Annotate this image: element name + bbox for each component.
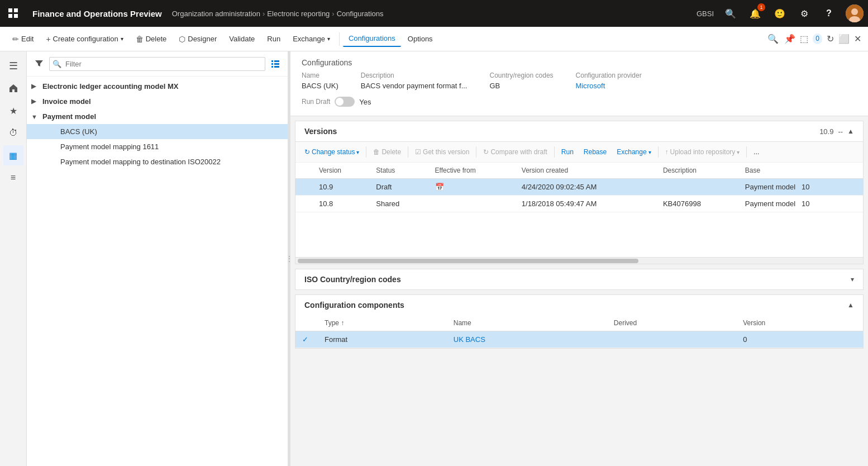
- table-row[interactable]: ✓ Format UK BACS 0: [295, 331, 863, 348]
- tree-item-invoice-model[interactable]: ▶ Invoice model: [27, 94, 288, 109]
- sidebar-list-icon[interactable]: ≡: [3, 168, 23, 188]
- col-r: [295, 163, 312, 179]
- versions-toolbar: ↻ Change status ▾ 🗑 Delete ☑ Get this ve…: [295, 142, 863, 163]
- sidebar-home-icon[interactable]: [3, 78, 23, 98]
- delete-icon: 🗑: [136, 35, 144, 44]
- notification-btn[interactable]: 🔔 1: [747, 6, 763, 21]
- iso-section-header[interactable]: ISO Country/region codes ▾: [295, 269, 863, 289]
- comp-cell-type-1: Format: [318, 331, 447, 348]
- cmd-search[interactable]: 🔍: [767, 34, 779, 44]
- app-grid-icon[interactable]: [4, 4, 22, 22]
- config-components-header[interactable]: Configuration components ▲: [295, 295, 863, 315]
- restore-icon-btn[interactable]: ⬜: [838, 34, 850, 44]
- versions-exchange-button[interactable]: Exchange ▾: [612, 145, 655, 159]
- sidebar-clock-icon[interactable]: ⏱: [3, 123, 23, 143]
- change-status-button[interactable]: ↻ Change status ▾: [300, 145, 364, 159]
- tree-content: ▶ Electronic ledger accounting model MX …: [27, 77, 288, 466]
- iso-collapse-icon: ▾: [851, 275, 854, 283]
- run-button[interactable]: Run: [261, 31, 286, 46]
- breadcrumb: Organization administration › Electronic…: [172, 9, 693, 18]
- sidebar-nav-icon[interactable]: ☰: [3, 56, 23, 76]
- compare-draft-button[interactable]: ↻ Compare with draft: [479, 145, 551, 159]
- badge-icon-btn[interactable]: 0: [813, 34, 822, 44]
- filter-icon[interactable]: [31, 56, 47, 72]
- exchange-chevron-icon-v: ▾: [648, 149, 651, 155]
- toolbar-sep-4: [554, 146, 555, 158]
- components-table: Type ↑ Name Derived Version ✓ Format: [295, 315, 863, 348]
- tree-item-bacs-uk[interactable]: BACS (UK): [27, 124, 288, 139]
- rebase-button[interactable]: Rebase: [579, 145, 611, 159]
- base-link-1[interactable]: Payment model: [745, 183, 795, 191]
- upload-repository-button[interactable]: ↑ Upload into repository ▾: [661, 145, 745, 159]
- comp-col-version[interactable]: Version: [736, 315, 863, 331]
- breadcrumb-org[interactable]: Organization administration: [172, 9, 260, 18]
- more-button[interactable]: ...: [749, 145, 764, 159]
- config-collapse-icon: ▲: [847, 301, 854, 309]
- search-icon: 🔍: [53, 60, 61, 68]
- user-label: GBSI: [697, 9, 714, 18]
- col-description[interactable]: Description: [656, 163, 738, 179]
- versions-delete-button[interactable]: 🗑 Delete: [369, 145, 406, 159]
- sidebar-grid-icon[interactable]: ▦: [3, 145, 23, 165]
- options-button[interactable]: Options: [402, 31, 438, 46]
- base-version-link-1[interactable]: 10: [802, 183, 809, 191]
- table-row[interactable]: 10.8 Shared 1/18/2018 05:49:47 AM KB4076…: [295, 196, 863, 212]
- comp-col-name[interactable]: Name: [447, 315, 607, 331]
- provider-link[interactable]: Microsoft: [576, 82, 642, 90]
- close-icon-btn[interactable]: ✕: [854, 34, 861, 44]
- command-bar: ✏ Edit + Create configuration ▾ 🗑 Delete…: [0, 27, 868, 51]
- search-icon-btn[interactable]: 🔍: [723, 6, 738, 21]
- edit-button[interactable]: ✏ Edit: [7, 31, 39, 47]
- col-status[interactable]: Status: [369, 163, 428, 179]
- cell-base-1: Payment model 10: [738, 179, 863, 196]
- tree-item-electronic-ledger[interactable]: ▶ Electronic ledger accounting model MX: [27, 79, 288, 94]
- breadcrumb-er[interactable]: Electronic reporting: [267, 9, 330, 18]
- expand-icon-btn[interactable]: ⬚: [800, 34, 808, 44]
- delete-button[interactable]: 🗑 Delete: [130, 31, 173, 47]
- sidebar: ☰ ★ ⏱ ▦ ≡: [0, 51, 27, 466]
- designer-button[interactable]: ⬡ Designer: [173, 31, 222, 47]
- versions-run-button[interactable]: Run: [557, 145, 578, 159]
- user-avatar[interactable]: [846, 4, 864, 22]
- tree-item-mapping-1611[interactable]: Payment model mapping 1611: [27, 139, 288, 154]
- create-icon: +: [46, 35, 50, 44]
- get-this-version-button[interactable]: ☑ Get this version: [411, 145, 474, 159]
- validate-button[interactable]: Validate: [223, 31, 260, 46]
- col-base[interactable]: Base: [738, 163, 863, 179]
- refresh-icon-btn[interactable]: ↻: [827, 34, 834, 44]
- comp-col-derived[interactable]: Derived: [607, 315, 736, 331]
- comp-col-type[interactable]: Type ↑: [318, 315, 447, 331]
- table-row[interactable]: 10.9 Draft 📅 4/24/2020 09:02:45 AM Payme…: [295, 179, 863, 196]
- sidebar-star-icon[interactable]: ★: [3, 101, 23, 121]
- help-icon-btn[interactable]: ?: [821, 6, 837, 21]
- list-view-icon[interactable]: [268, 56, 283, 72]
- tree-item-payment-model[interactable]: ▼ Payment model: [27, 109, 288, 124]
- horizontal-scrollbar[interactable]: [295, 257, 863, 264]
- smiley-icon-btn[interactable]: 🙂: [772, 6, 788, 21]
- col-version[interactable]: Version: [312, 163, 369, 179]
- col-effective-from[interactable]: Effective from: [428, 163, 515, 179]
- calendar-icon[interactable]: 📅: [435, 183, 444, 191]
- gear-icon-btn[interactable]: ⚙: [797, 6, 812, 21]
- toolbar-sep-5: [658, 146, 659, 158]
- filter-input[interactable]: [49, 57, 265, 71]
- create-configuration-button[interactable]: + Create configuration ▾: [40, 31, 128, 47]
- col-version-created[interactable]: Version created: [515, 163, 656, 179]
- cell-desc-1: [656, 179, 738, 196]
- svg-rect-2: [8, 14, 12, 18]
- tree-item-mapping-iso[interactable]: Payment model mapping to destination ISO…: [27, 154, 288, 169]
- base-text-2: Payment model: [745, 199, 795, 208]
- notification-badge: 1: [757, 3, 765, 11]
- versions-section-header[interactable]: Versions 10.9 -- ▲: [295, 121, 863, 142]
- run-draft-toggle[interactable]: [335, 97, 355, 107]
- comp-cell-name-1[interactable]: UK BACS: [447, 331, 607, 348]
- configurations-tab[interactable]: Configurations: [343, 31, 401, 47]
- designer-icon: ⬡: [179, 35, 185, 44]
- main-layout: ☰ ★ ⏱ ▦ ≡ 🔍: [0, 51, 868, 466]
- svg-rect-10: [274, 63, 279, 65]
- breadcrumb-config[interactable]: Configurations: [337, 9, 384, 18]
- exchange-button[interactable]: Exchange ▾: [287, 31, 336, 46]
- pin-icon-btn[interactable]: 📌: [784, 34, 795, 44]
- change-status-chevron: ▾: [356, 149, 359, 155]
- cell-status-2: Shared: [369, 196, 428, 212]
